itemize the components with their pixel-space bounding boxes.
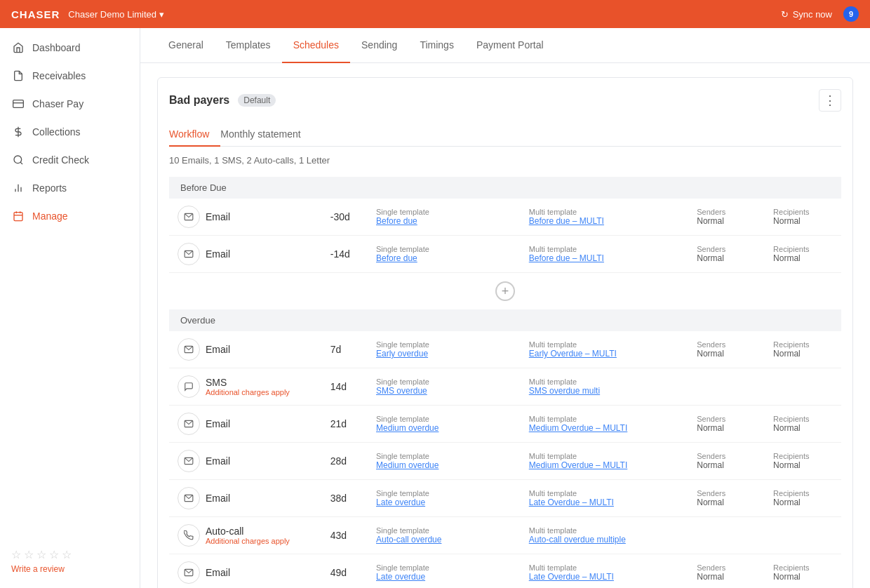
dollar-icon xyxy=(11,125,25,139)
tab-payment-portal[interactable]: Payment Portal xyxy=(465,28,555,63)
main-tabs: General Templates Schedules Sending Timi… xyxy=(140,28,870,63)
tab-templates[interactable]: Templates xyxy=(215,28,282,63)
svg-line-4 xyxy=(20,162,22,164)
table-row: Email 38d Single template Late overdue M… xyxy=(169,480,841,517)
type-cell: Email xyxy=(178,338,314,361)
logo: CHASER xyxy=(11,8,60,20)
sidebar-item-label: Chaser Pay xyxy=(32,98,83,109)
table-row: Email 49d Single template Late overdue M… xyxy=(169,554,841,589)
single-template-link[interactable]: Medium overdue xyxy=(376,423,512,433)
email-icon xyxy=(178,413,200,435)
sidebar-item-collections[interactable]: Collections xyxy=(0,118,140,146)
sub-tab-monthly-statement[interactable]: Monthly statement xyxy=(220,123,312,147)
single-template-link[interactable]: SMS overdue xyxy=(376,386,512,396)
recipients-label: Recipients xyxy=(773,208,833,216)
email-icon xyxy=(178,243,200,265)
sidebar-item-receivables[interactable]: Receivables xyxy=(0,62,140,90)
sidebar-item-credit-check[interactable]: Credit Check xyxy=(0,146,140,174)
email-icon xyxy=(178,450,200,472)
bar-chart-icon xyxy=(11,181,25,195)
notification-badge[interactable]: 9 xyxy=(843,6,859,22)
tab-timings[interactable]: Timings xyxy=(408,28,465,63)
multi-template-link[interactable]: Before due – MULTI xyxy=(529,216,681,226)
schedule-summary: 10 Emails, 1 SMS, 2 Auto-calls, 1 Letter xyxy=(169,155,841,166)
recipients-value: Normal xyxy=(773,216,833,226)
sidebar-item-reports[interactable]: Reports xyxy=(0,174,140,202)
svg-rect-8 xyxy=(14,213,22,221)
sidebar-item-dashboard[interactable]: Dashboard xyxy=(0,34,140,62)
home-icon xyxy=(11,41,25,55)
email-icon xyxy=(178,206,200,228)
email-icon xyxy=(178,487,200,509)
add-step-button[interactable]: + xyxy=(495,281,515,301)
table-row: SMS Additional charges apply 14d Single … xyxy=(169,368,841,406)
single-template-link[interactable]: Late overdue xyxy=(376,497,512,507)
table-row: Auto-call Additional charges apply 43d S… xyxy=(169,517,841,554)
org-selector[interactable]: Chaser Demo Limited ▾ xyxy=(68,9,164,20)
single-template-link[interactable]: Before due xyxy=(376,253,512,263)
type-cell: Email xyxy=(178,561,314,584)
single-template-link[interactable]: Late overdue xyxy=(376,572,512,582)
section-before-due: Before Due xyxy=(169,177,841,199)
sidebar-bottom: ☆ ☆ ☆ ☆ ☆ Write a review xyxy=(0,540,140,582)
multi-template-label: Multi template xyxy=(529,208,681,216)
multi-template-link[interactable]: Late Overdue – MULTI xyxy=(529,572,681,582)
multi-template-link[interactable]: Before due – MULTI xyxy=(529,253,681,263)
sidebar-item-manage[interactable]: Manage xyxy=(0,202,140,230)
workflow-table: Before Due Email xyxy=(169,177,841,588)
sidebar-item-chaser-pay[interactable]: Chaser Pay xyxy=(0,90,140,118)
email-icon xyxy=(178,338,200,361)
svg-point-3 xyxy=(14,156,22,163)
days-value: -14d xyxy=(330,248,350,260)
days-value: -30d xyxy=(330,211,350,222)
sidebar-item-label: Manage xyxy=(32,211,68,222)
single-template-label: Single template xyxy=(376,208,512,216)
sidebar-item-label: Dashboard xyxy=(32,42,81,53)
sidebar-item-label: Receivables xyxy=(32,70,86,81)
multi-template-link[interactable]: Early Overdue – MULTI xyxy=(529,349,681,359)
type-name: Email xyxy=(206,248,230,260)
tab-general[interactable]: General xyxy=(157,28,215,63)
more-options-button[interactable]: ⋮ xyxy=(819,89,841,112)
file-icon xyxy=(11,69,25,83)
type-cell: Email xyxy=(178,487,314,509)
sidebar-item-label: Reports xyxy=(32,182,67,194)
section-header-overdue: Overdue xyxy=(169,309,841,331)
type-name: SMS xyxy=(206,377,290,388)
type-cell: Email xyxy=(178,413,314,435)
add-row-before-due: + xyxy=(169,273,841,310)
table-row: Email 28d Single template Medium overdue… xyxy=(169,443,841,480)
search-icon xyxy=(11,153,25,167)
type-cell: Email xyxy=(178,206,314,228)
table-row: Email -30d Single template Before due Mu… xyxy=(169,199,841,236)
single-template-link[interactable]: Before due xyxy=(376,216,512,226)
sidebar-item-label: Credit Check xyxy=(32,154,89,166)
table-row: Email -14d Single template Before due Mu… xyxy=(169,236,841,273)
multi-template-link[interactable]: Auto-call overdue multiple xyxy=(529,535,681,544)
topbar: CHASER Chaser Demo Limited ▾ ↻ Sync now … xyxy=(0,0,870,28)
schedule-badge: Default xyxy=(238,94,276,107)
star-rating[interactable]: ☆ ☆ ☆ ☆ ☆ xyxy=(11,548,128,561)
write-review-link[interactable]: Write a review xyxy=(11,564,128,574)
multi-template-link[interactable]: SMS overdue multi xyxy=(529,386,681,396)
tab-schedules[interactable]: Schedules xyxy=(282,28,350,63)
section-header-before-due: Before Due xyxy=(169,177,841,199)
multi-template-link[interactable]: Medium Overdue – MULTI xyxy=(529,460,681,470)
sync-button[interactable]: ↻ Sync now xyxy=(781,9,832,20)
tab-sending[interactable]: Sending xyxy=(350,28,408,63)
schedule-header: Bad payers Default ⋮ xyxy=(169,89,841,112)
type-name: Email xyxy=(206,344,230,355)
sub-tabs: Workflow Monthly statement xyxy=(169,123,841,147)
autocall-icon xyxy=(178,524,200,547)
sidebar: Dashboard Receivables Chaser Pay Collect… xyxy=(0,28,140,588)
multi-template-link[interactable]: Medium Overdue – MULTI xyxy=(529,423,681,433)
sub-tab-workflow[interactable]: Workflow xyxy=(169,123,220,147)
single-template-link[interactable]: Early overdue xyxy=(376,349,512,359)
single-template-link[interactable]: Medium overdue xyxy=(376,460,512,470)
senders-label: Senders xyxy=(697,208,756,216)
multi-template-link[interactable]: Late Overdue – MULTI xyxy=(529,497,681,507)
single-template-link[interactable]: Auto-call overdue xyxy=(376,535,512,544)
section-overdue: Overdue xyxy=(169,309,841,331)
topbar-left: CHASER Chaser Demo Limited ▾ xyxy=(11,8,164,20)
credit-card-icon xyxy=(11,97,25,111)
